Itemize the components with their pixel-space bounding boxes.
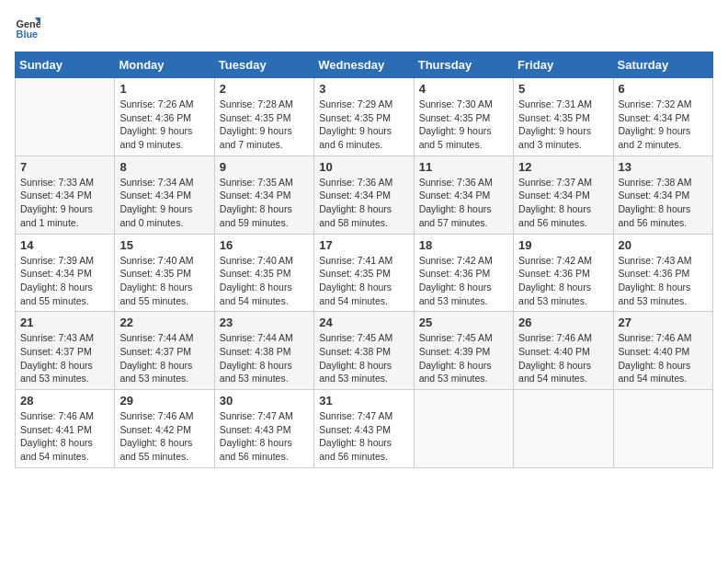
calendar-cell: 16Sunrise: 7:40 AM Sunset: 4:35 PM Dayli…: [214, 234, 313, 312]
day-number: 7: [20, 160, 109, 174]
day-number: 15: [119, 238, 209, 252]
calendar-cell: 19Sunrise: 7:42 AM Sunset: 4:36 PM Dayli…: [514, 234, 613, 312]
day-number: 27: [619, 316, 708, 329]
weekday-header: Monday: [115, 52, 214, 78]
calendar-cell: 28Sunrise: 7:46 AM Sunset: 4:41 PM Dayli…: [16, 390, 115, 468]
day-info: Sunrise: 7:40 AM Sunset: 4:35 PM Dayligh…: [119, 254, 209, 308]
day-info: Sunrise: 7:31 AM Sunset: 4:35 PM Dayligh…: [518, 98, 608, 152]
day-info: Sunrise: 7:42 AM Sunset: 4:36 PM Dayligh…: [419, 254, 508, 308]
calendar-week-row: 21Sunrise: 7:43 AM Sunset: 4:37 PM Dayli…: [16, 312, 713, 390]
calendar-cell: [514, 390, 613, 468]
day-number: 6: [619, 82, 708, 96]
day-number: 1: [119, 82, 209, 96]
calendar-cell: 2Sunrise: 7:28 AM Sunset: 4:35 PM Daylig…: [214, 78, 313, 156]
calendar-body: 1Sunrise: 7:26 AM Sunset: 4:36 PM Daylig…: [16, 78, 713, 468]
calendar-cell: 22Sunrise: 7:44 AM Sunset: 4:37 PM Dayli…: [115, 312, 214, 390]
weekday-header-row: SundayMondayTuesdayWednesdayThursdayFrid…: [16, 52, 713, 78]
day-number: 31: [319, 394, 408, 408]
day-number: 22: [119, 316, 209, 329]
day-number: 14: [20, 238, 109, 252]
calendar-table: SundayMondayTuesdayWednesdayThursdayFrid…: [15, 52, 713, 468]
weekday-header: Thursday: [414, 52, 513, 78]
calendar-cell: 12Sunrise: 7:37 AM Sunset: 4:34 PM Dayli…: [514, 155, 613, 234]
day-number: 5: [518, 82, 608, 96]
day-number: 4: [419, 82, 508, 96]
calendar-week-row: 14Sunrise: 7:39 AM Sunset: 4:34 PM Dayli…: [16, 234, 713, 312]
calendar-cell: 7Sunrise: 7:33 AM Sunset: 4:34 PM Daylig…: [16, 155, 115, 234]
day-number: 16: [220, 238, 309, 252]
day-number: 28: [20, 394, 109, 408]
day-info: Sunrise: 7:36 AM Sunset: 4:34 PM Dayligh…: [319, 176, 408, 230]
calendar-cell: [414, 390, 513, 468]
calendar-week-row: 7Sunrise: 7:33 AM Sunset: 4:34 PM Daylig…: [16, 155, 713, 234]
weekday-header: Friday: [514, 52, 613, 78]
day-number: 2: [220, 82, 309, 96]
calendar-cell: 20Sunrise: 7:43 AM Sunset: 4:36 PM Dayli…: [613, 234, 712, 312]
day-number: 10: [319, 160, 408, 174]
calendar-cell: 27Sunrise: 7:46 AM Sunset: 4:40 PM Dayli…: [613, 312, 712, 390]
day-info: Sunrise: 7:26 AM Sunset: 4:36 PM Dayligh…: [119, 98, 209, 152]
calendar-cell: 9Sunrise: 7:35 AM Sunset: 4:34 PM Daylig…: [214, 155, 313, 234]
day-number: 18: [419, 238, 508, 252]
day-info: Sunrise: 7:44 AM Sunset: 4:37 PM Dayligh…: [119, 331, 209, 385]
day-info: Sunrise: 7:43 AM Sunset: 4:37 PM Dayligh…: [20, 331, 109, 385]
calendar-cell: 14Sunrise: 7:39 AM Sunset: 4:34 PM Dayli…: [16, 234, 115, 312]
logo-icon: General Blue: [15, 15, 40, 40]
day-info: Sunrise: 7:28 AM Sunset: 4:35 PM Dayligh…: [220, 98, 309, 152]
day-number: 9: [220, 160, 309, 174]
day-info: Sunrise: 7:41 AM Sunset: 4:35 PM Dayligh…: [319, 254, 408, 308]
day-info: Sunrise: 7:45 AM Sunset: 4:39 PM Dayligh…: [419, 331, 508, 385]
day-info: Sunrise: 7:46 AM Sunset: 4:41 PM Dayligh…: [20, 409, 109, 464]
day-info: Sunrise: 7:44 AM Sunset: 4:38 PM Dayligh…: [220, 331, 309, 385]
day-info: Sunrise: 7:46 AM Sunset: 4:40 PM Dayligh…: [619, 331, 708, 385]
calendar-cell: [613, 390, 712, 468]
calendar-cell: 5Sunrise: 7:31 AM Sunset: 4:35 PM Daylig…: [514, 78, 613, 156]
day-info: Sunrise: 7:47 AM Sunset: 4:43 PM Dayligh…: [220, 409, 309, 464]
day-info: Sunrise: 7:46 AM Sunset: 4:40 PM Dayligh…: [518, 331, 608, 385]
day-number: 8: [119, 160, 209, 174]
day-number: 23: [220, 316, 309, 329]
weekday-header: Wednesday: [314, 52, 414, 78]
day-number: 30: [220, 394, 309, 408]
calendar-cell: 10Sunrise: 7:36 AM Sunset: 4:34 PM Dayli…: [314, 155, 414, 234]
day-number: 11: [419, 160, 508, 174]
calendar-cell: 30Sunrise: 7:47 AM Sunset: 4:43 PM Dayli…: [214, 390, 313, 468]
day-info: Sunrise: 7:32 AM Sunset: 4:34 PM Dayligh…: [619, 98, 708, 152]
day-number: 29: [119, 394, 209, 408]
day-number: 21: [20, 316, 109, 329]
day-info: Sunrise: 7:35 AM Sunset: 4:34 PM Dayligh…: [220, 176, 309, 230]
calendar-cell: 6Sunrise: 7:32 AM Sunset: 4:34 PM Daylig…: [613, 78, 712, 156]
calendar-cell: 29Sunrise: 7:46 AM Sunset: 4:42 PM Dayli…: [115, 390, 214, 468]
calendar-cell: 21Sunrise: 7:43 AM Sunset: 4:37 PM Dayli…: [16, 312, 115, 390]
day-info: Sunrise: 7:34 AM Sunset: 4:34 PM Dayligh…: [119, 176, 209, 230]
day-info: Sunrise: 7:42 AM Sunset: 4:36 PM Dayligh…: [518, 254, 608, 308]
calendar-cell: 15Sunrise: 7:40 AM Sunset: 4:35 PM Dayli…: [115, 234, 214, 312]
calendar-cell: 25Sunrise: 7:45 AM Sunset: 4:39 PM Dayli…: [414, 312, 513, 390]
svg-text:Blue: Blue: [17, 29, 39, 40]
page-header: General Blue: [15, 15, 713, 40]
day-number: 25: [419, 316, 508, 329]
day-info: Sunrise: 7:30 AM Sunset: 4:35 PM Dayligh…: [419, 98, 508, 152]
day-number: 19: [518, 238, 608, 252]
calendar-cell: 18Sunrise: 7:42 AM Sunset: 4:36 PM Dayli…: [414, 234, 513, 312]
day-info: Sunrise: 7:40 AM Sunset: 4:35 PM Dayligh…: [220, 254, 309, 308]
day-info: Sunrise: 7:47 AM Sunset: 4:43 PM Dayligh…: [319, 409, 408, 464]
day-number: 26: [518, 316, 608, 329]
calendar-cell: 3Sunrise: 7:29 AM Sunset: 4:35 PM Daylig…: [314, 78, 414, 156]
weekday-header: Sunday: [16, 52, 115, 78]
day-number: 20: [619, 238, 708, 252]
weekday-header: Tuesday: [214, 52, 313, 78]
day-info: Sunrise: 7:46 AM Sunset: 4:42 PM Dayligh…: [119, 409, 209, 464]
day-info: Sunrise: 7:36 AM Sunset: 4:34 PM Dayligh…: [419, 176, 508, 230]
day-number: 24: [319, 316, 408, 329]
day-number: 12: [518, 160, 608, 174]
calendar-cell: 17Sunrise: 7:41 AM Sunset: 4:35 PM Dayli…: [314, 234, 414, 312]
day-number: 3: [319, 82, 408, 96]
weekday-header: Saturday: [613, 52, 712, 78]
calendar-week-row: 1Sunrise: 7:26 AM Sunset: 4:36 PM Daylig…: [16, 78, 713, 156]
day-info: Sunrise: 7:33 AM Sunset: 4:34 PM Dayligh…: [20, 176, 109, 230]
day-info: Sunrise: 7:43 AM Sunset: 4:36 PM Dayligh…: [619, 254, 708, 308]
day-info: Sunrise: 7:38 AM Sunset: 4:34 PM Dayligh…: [619, 176, 708, 230]
day-info: Sunrise: 7:45 AM Sunset: 4:38 PM Dayligh…: [319, 331, 408, 385]
calendar-cell: 13Sunrise: 7:38 AM Sunset: 4:34 PM Dayli…: [613, 155, 712, 234]
